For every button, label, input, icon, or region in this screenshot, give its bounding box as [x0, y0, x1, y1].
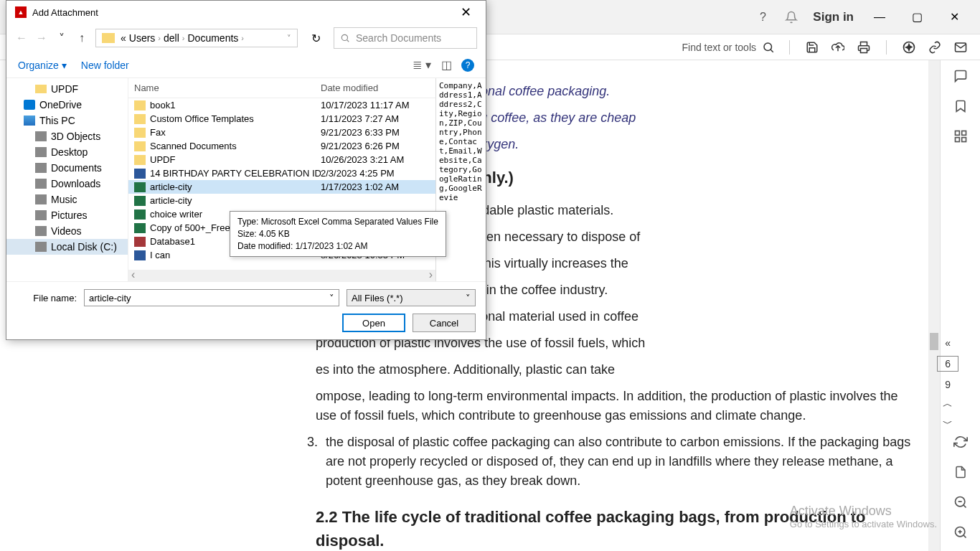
pdf-icon: ▲: [15, 6, 27, 18]
view-mode-icon[interactable]: ≣ ▾: [413, 57, 431, 73]
file-name-label: File name:: [17, 293, 77, 303]
tree-label: OneDrive: [39, 99, 82, 110]
file-date: 9/21/2023 6:26 PM: [321, 141, 430, 151]
dialog-titlebar: ▲ Add Attachment ✕: [6, 1, 486, 24]
search-input[interactable]: Search Documents: [334, 27, 477, 49]
new-folder-button[interactable]: New folder: [81, 60, 129, 71]
file-date: 10/26/2023 3:21 AM: [321, 154, 430, 165]
back-icon[interactable]: ←: [15, 32, 28, 44]
tree-node[interactable]: Documents: [6, 160, 128, 176]
add-attachment-dialog: ▲ Add Attachment ✕ ← → ˅ ↑ « Users› dell…: [6, 0, 486, 340]
refresh-icon[interactable]: [952, 433, 969, 451]
file-row[interactable]: Scanned Documents9/21/2023 6:26 PM: [128, 139, 435, 153]
svg-point-10: [341, 34, 347, 40]
column-date[interactable]: Date modified: [321, 83, 430, 93]
find-text-button[interactable]: Find text or tools: [682, 41, 776, 54]
page-down-icon[interactable]: ﹀: [943, 418, 953, 430]
recent-icon[interactable]: ˅: [55, 32, 68, 45]
breadcrumb-item[interactable]: dell: [164, 32, 179, 44]
cancel-button[interactable]: Cancel: [413, 314, 476, 332]
bookmark-icon[interactable]: [952, 98, 969, 115]
page-up-icon[interactable]: ︿: [943, 397, 953, 410]
mail-icon[interactable]: [953, 39, 969, 55]
folder-icon: [102, 33, 115, 43]
tree-node[interactable]: Music: [6, 192, 128, 207]
zoom-in-icon[interactable]: [952, 524, 969, 541]
bell-icon[interactable]: [784, 10, 798, 24]
window-maximize[interactable]: ▢: [905, 10, 928, 24]
horizontal-scrollbar[interactable]: [128, 270, 435, 281]
vertical-scrollbar[interactable]: [928, 60, 940, 551]
file-row[interactable]: book110/17/2023 11:17 AM: [128, 98, 435, 112]
breadcrumb-item[interactable]: Users: [129, 32, 156, 44]
file-name: 14 BIRTHDAY PARTY CELEBRATION IDEAS...: [150, 168, 321, 179]
window-minimize[interactable]: —: [868, 11, 891, 24]
separator: [886, 40, 887, 55]
help-icon[interactable]: ?: [755, 10, 770, 24]
page-icon[interactable]: [952, 463, 969, 481]
tree-node[interactable]: Pictures: [6, 207, 128, 223]
onedrive-icon: [24, 100, 35, 110]
watermark-title: Activate Windows: [790, 504, 937, 519]
page-navigation: « 6 9 ︿ ﹀: [937, 337, 958, 430]
open-button[interactable]: Open: [342, 314, 405, 332]
column-name[interactable]: Name: [134, 83, 321, 93]
refresh-icon[interactable]: ↻: [305, 27, 326, 49]
save-icon[interactable]: [804, 39, 820, 55]
comment-icon[interactable]: [952, 67, 969, 85]
window-close[interactable]: ✕: [943, 10, 966, 24]
tree-node[interactable]: OneDrive: [6, 97, 128, 113]
file-row[interactable]: 14 BIRTHDAY PARTY CELEBRATION IDEAS...2/…: [128, 166, 435, 180]
print-icon[interactable]: [856, 39, 872, 55]
file-row[interactable]: article-city1/17/2023 1:02 AM: [128, 180, 435, 194]
file-row[interactable]: article-city: [128, 194, 435, 207]
organize-button[interactable]: Organize ▾: [18, 60, 67, 71]
help-icon[interactable]: ?: [461, 59, 474, 72]
tree-node[interactable]: Local Disk (C:): [6, 239, 128, 255]
zoom-out-icon[interactable]: [952, 494, 969, 511]
forward-icon[interactable]: →: [35, 32, 48, 44]
folder-icon: [134, 155, 146, 165]
tree-node[interactable]: Desktop: [6, 144, 128, 160]
tree-node[interactable]: UPDF: [6, 81, 128, 97]
file-row[interactable]: Fax9/21/2023 6:33 PM: [128, 126, 435, 139]
file-list-header: Name Date modified: [128, 78, 435, 98]
file-date: 10/17/2023 11:17 AM: [321, 100, 430, 110]
current-page[interactable]: 6: [937, 356, 958, 372]
docx-icon: [134, 169, 146, 179]
up-icon[interactable]: ↑: [75, 32, 88, 44]
breadcrumb[interactable]: « Users› dell› Documents› ˅: [95, 29, 298, 47]
find-label: Find text or tools: [682, 42, 757, 53]
svg-rect-7: [961, 138, 966, 142]
svg-rect-4: [955, 131, 959, 136]
tree-label: This PC: [39, 115, 75, 126]
drive-icon: [35, 210, 47, 220]
file-row[interactable]: UPDF10/26/2023 3:21 AM: [128, 153, 435, 166]
close-icon[interactable]: ✕: [454, 1, 477, 24]
tree-node[interactable]: Downloads: [6, 176, 128, 192]
cloud-icon[interactable]: [830, 39, 846, 55]
breadcrumb-item[interactable]: Documents: [188, 32, 239, 44]
file-name: Fax: [150, 127, 166, 138]
search-placeholder: Search Documents: [356, 32, 441, 44]
grid-icon[interactable]: [952, 128, 969, 145]
preview-pane-icon[interactable]: ◫: [437, 57, 456, 73]
xlsx-icon: [134, 196, 146, 206]
collapse-icon[interactable]: «: [945, 337, 951, 349]
file-name: Scanned Documents: [150, 141, 237, 151]
file-name-input[interactable]: article-city˅: [84, 289, 339, 306]
watermark-sub: Go to Settings to activate Windows.: [790, 519, 937, 529]
tree-node[interactable]: This PC: [6, 113, 128, 128]
file-type-filter[interactable]: All Files (*.*)˅: [347, 289, 476, 306]
folder-tree[interactable]: UPDFOneDriveThis PC3D ObjectsDesktopDocu…: [6, 78, 128, 281]
file-row[interactable]: Custom Office Templates1/11/2023 7:27 AM: [128, 112, 435, 126]
drive-icon: [35, 226, 47, 236]
separator: [789, 40, 790, 55]
ai-icon[interactable]: [901, 39, 917, 55]
tree-node[interactable]: Videos: [6, 223, 128, 239]
tree-node[interactable]: 3D Objects: [6, 128, 128, 144]
link-icon[interactable]: [927, 39, 943, 55]
tooltip-line: Size: 4.05 KB: [237, 228, 438, 240]
signin-button[interactable]: Sign in: [813, 10, 854, 24]
file-date: 2/3/2023 4:25 PM: [321, 168, 430, 179]
